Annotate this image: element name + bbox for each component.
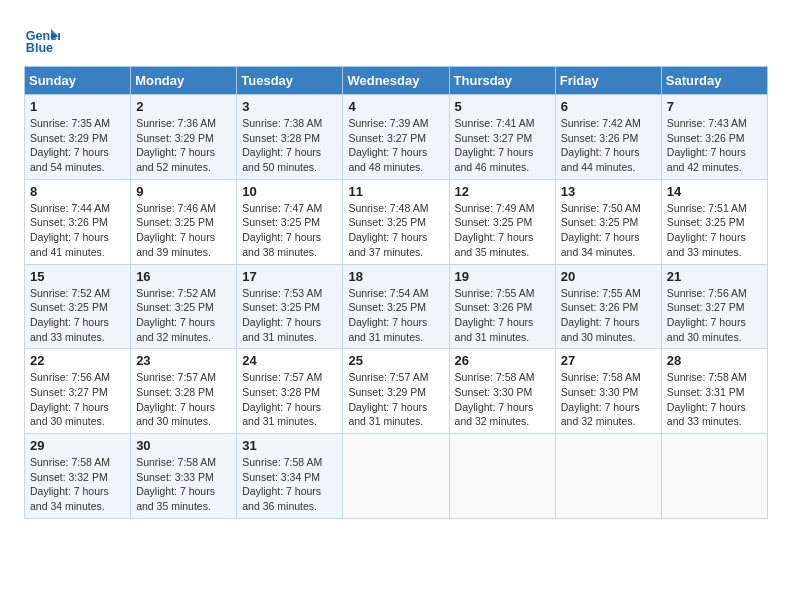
day-number: 19	[455, 269, 550, 284]
sunset-text: Sunset: 3:25 PM	[348, 216, 426, 228]
sunset-text: Sunset: 3:27 PM	[348, 132, 426, 144]
daylight-text: Daylight: 7 hours and 48 minutes.	[348, 146, 427, 173]
day-number: 5	[455, 99, 550, 114]
empty-cell	[449, 434, 555, 519]
daylight-text: Daylight: 7 hours and 37 minutes.	[348, 231, 427, 258]
sunset-text: Sunset: 3:25 PM	[561, 216, 639, 228]
day-info: Sunrise: 7:50 AM Sunset: 3:25 PM Dayligh…	[561, 201, 656, 260]
daylight-text: Daylight: 7 hours and 35 minutes.	[455, 231, 534, 258]
daylight-text: Daylight: 7 hours and 34 minutes.	[30, 485, 109, 512]
daylight-text: Daylight: 7 hours and 30 minutes.	[561, 316, 640, 343]
day-info: Sunrise: 7:57 AM Sunset: 3:28 PM Dayligh…	[136, 370, 231, 429]
calendar-week-row: 1 Sunrise: 7:35 AM Sunset: 3:29 PM Dayli…	[25, 95, 768, 180]
sunrise-text: Sunrise: 7:52 AM	[136, 287, 216, 299]
sunset-text: Sunset: 3:30 PM	[561, 386, 639, 398]
daylight-text: Daylight: 7 hours and 42 minutes.	[667, 146, 746, 173]
sunrise-text: Sunrise: 7:42 AM	[561, 117, 641, 129]
calendar-day-cell: 15 Sunrise: 7:52 AM Sunset: 3:25 PM Dayl…	[25, 264, 131, 349]
sunrise-text: Sunrise: 7:49 AM	[455, 202, 535, 214]
sunrise-text: Sunrise: 7:56 AM	[30, 371, 110, 383]
calendar-day-cell: 27 Sunrise: 7:58 AM Sunset: 3:30 PM Dayl…	[555, 349, 661, 434]
sunset-text: Sunset: 3:29 PM	[30, 132, 108, 144]
day-info: Sunrise: 7:42 AM Sunset: 3:26 PM Dayligh…	[561, 116, 656, 175]
calendar-day-cell: 9 Sunrise: 7:46 AM Sunset: 3:25 PM Dayli…	[131, 179, 237, 264]
day-info: Sunrise: 7:41 AM Sunset: 3:27 PM Dayligh…	[455, 116, 550, 175]
day-info: Sunrise: 7:58 AM Sunset: 3:33 PM Dayligh…	[136, 455, 231, 514]
calendar-day-cell: 13 Sunrise: 7:50 AM Sunset: 3:25 PM Dayl…	[555, 179, 661, 264]
day-number: 28	[667, 353, 762, 368]
day-number: 14	[667, 184, 762, 199]
weekday-header-wednesday: Wednesday	[343, 67, 449, 95]
sunset-text: Sunset: 3:25 PM	[136, 301, 214, 313]
day-info: Sunrise: 7:56 AM Sunset: 3:27 PM Dayligh…	[667, 286, 762, 345]
sunset-text: Sunset: 3:27 PM	[667, 301, 745, 313]
day-number: 20	[561, 269, 656, 284]
day-info: Sunrise: 7:53 AM Sunset: 3:25 PM Dayligh…	[242, 286, 337, 345]
sunset-text: Sunset: 3:32 PM	[30, 471, 108, 483]
calendar-day-cell: 22 Sunrise: 7:56 AM Sunset: 3:27 PM Dayl…	[25, 349, 131, 434]
weekday-header-monday: Monday	[131, 67, 237, 95]
sunrise-text: Sunrise: 7:48 AM	[348, 202, 428, 214]
day-info: Sunrise: 7:47 AM Sunset: 3:25 PM Dayligh…	[242, 201, 337, 260]
calendar-day-cell: 5 Sunrise: 7:41 AM Sunset: 3:27 PM Dayli…	[449, 95, 555, 180]
calendar-day-cell: 14 Sunrise: 7:51 AM Sunset: 3:25 PM Dayl…	[661, 179, 767, 264]
sunset-text: Sunset: 3:25 PM	[242, 216, 320, 228]
day-info: Sunrise: 7:56 AM Sunset: 3:27 PM Dayligh…	[30, 370, 125, 429]
day-number: 26	[455, 353, 550, 368]
calendar-day-cell: 2 Sunrise: 7:36 AM Sunset: 3:29 PM Dayli…	[131, 95, 237, 180]
sunrise-text: Sunrise: 7:55 AM	[455, 287, 535, 299]
sunset-text: Sunset: 3:28 PM	[136, 386, 214, 398]
daylight-text: Daylight: 7 hours and 31 minutes.	[348, 401, 427, 428]
calendar-day-cell: 30 Sunrise: 7:58 AM Sunset: 3:33 PM Dayl…	[131, 434, 237, 519]
calendar-day-cell: 29 Sunrise: 7:58 AM Sunset: 3:32 PM Dayl…	[25, 434, 131, 519]
calendar-day-cell: 6 Sunrise: 7:42 AM Sunset: 3:26 PM Dayli…	[555, 95, 661, 180]
sunrise-text: Sunrise: 7:50 AM	[561, 202, 641, 214]
day-number: 18	[348, 269, 443, 284]
day-number: 11	[348, 184, 443, 199]
sunrise-text: Sunrise: 7:46 AM	[136, 202, 216, 214]
weekday-header-tuesday: Tuesday	[237, 67, 343, 95]
day-info: Sunrise: 7:48 AM Sunset: 3:25 PM Dayligh…	[348, 201, 443, 260]
sunset-text: Sunset: 3:28 PM	[242, 386, 320, 398]
calendar-week-row: 22 Sunrise: 7:56 AM Sunset: 3:27 PM Dayl…	[25, 349, 768, 434]
day-number: 16	[136, 269, 231, 284]
daylight-text: Daylight: 7 hours and 30 minutes.	[667, 316, 746, 343]
daylight-text: Daylight: 7 hours and 36 minutes.	[242, 485, 321, 512]
daylight-text: Daylight: 7 hours and 54 minutes.	[30, 146, 109, 173]
logo-icon: General Blue	[24, 20, 60, 56]
sunrise-text: Sunrise: 7:58 AM	[242, 456, 322, 468]
sunset-text: Sunset: 3:29 PM	[136, 132, 214, 144]
sunset-text: Sunset: 3:30 PM	[455, 386, 533, 398]
sunrise-text: Sunrise: 7:51 AM	[667, 202, 747, 214]
day-info: Sunrise: 7:46 AM Sunset: 3:25 PM Dayligh…	[136, 201, 231, 260]
sunrise-text: Sunrise: 7:58 AM	[561, 371, 641, 383]
calendar-day-cell: 16 Sunrise: 7:52 AM Sunset: 3:25 PM Dayl…	[131, 264, 237, 349]
daylight-text: Daylight: 7 hours and 50 minutes.	[242, 146, 321, 173]
day-info: Sunrise: 7:55 AM Sunset: 3:26 PM Dayligh…	[455, 286, 550, 345]
daylight-text: Daylight: 7 hours and 30 minutes.	[136, 401, 215, 428]
day-info: Sunrise: 7:57 AM Sunset: 3:28 PM Dayligh…	[242, 370, 337, 429]
sunset-text: Sunset: 3:33 PM	[136, 471, 214, 483]
sunset-text: Sunset: 3:27 PM	[455, 132, 533, 144]
sunrise-text: Sunrise: 7:58 AM	[667, 371, 747, 383]
daylight-text: Daylight: 7 hours and 32 minutes.	[455, 401, 534, 428]
sunrise-text: Sunrise: 7:54 AM	[348, 287, 428, 299]
sunrise-text: Sunrise: 7:57 AM	[348, 371, 428, 383]
daylight-text: Daylight: 7 hours and 31 minutes.	[242, 401, 321, 428]
day-number: 4	[348, 99, 443, 114]
sunrise-text: Sunrise: 7:44 AM	[30, 202, 110, 214]
daylight-text: Daylight: 7 hours and 34 minutes.	[561, 231, 640, 258]
calendar-day-cell: 31 Sunrise: 7:58 AM Sunset: 3:34 PM Dayl…	[237, 434, 343, 519]
day-info: Sunrise: 7:52 AM Sunset: 3:25 PM Dayligh…	[136, 286, 231, 345]
calendar-day-cell: 3 Sunrise: 7:38 AM Sunset: 3:28 PM Dayli…	[237, 95, 343, 180]
daylight-text: Daylight: 7 hours and 33 minutes.	[30, 316, 109, 343]
day-info: Sunrise: 7:51 AM Sunset: 3:25 PM Dayligh…	[667, 201, 762, 260]
day-info: Sunrise: 7:58 AM Sunset: 3:31 PM Dayligh…	[667, 370, 762, 429]
sunrise-text: Sunrise: 7:58 AM	[30, 456, 110, 468]
calendar-day-cell: 28 Sunrise: 7:58 AM Sunset: 3:31 PM Dayl…	[661, 349, 767, 434]
sunset-text: Sunset: 3:27 PM	[30, 386, 108, 398]
day-info: Sunrise: 7:39 AM Sunset: 3:27 PM Dayligh…	[348, 116, 443, 175]
empty-cell	[343, 434, 449, 519]
calendar-day-cell: 24 Sunrise: 7:57 AM Sunset: 3:28 PM Dayl…	[237, 349, 343, 434]
sunset-text: Sunset: 3:25 PM	[242, 301, 320, 313]
